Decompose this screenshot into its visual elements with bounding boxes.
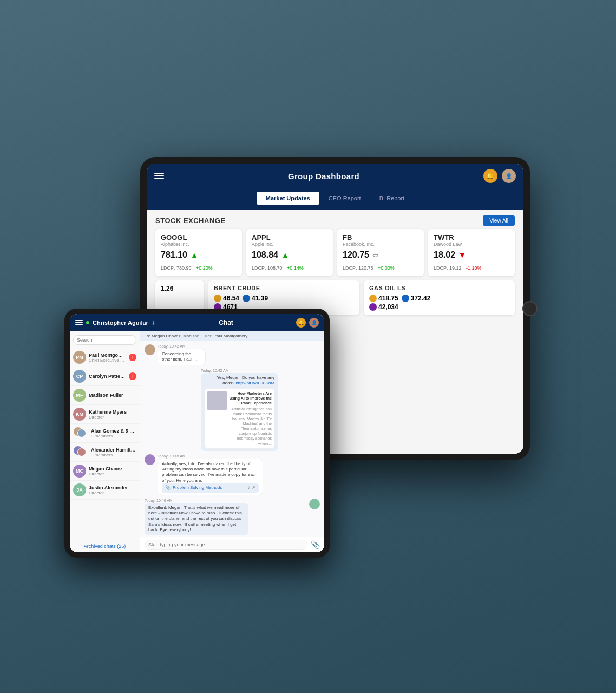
attachment-actions: ⇓ ↗ [247, 485, 255, 491]
stock-card-fb: FB Facebook, Inc. 120.75 ⇔ LDCP: 120.75 … [337, 229, 424, 276]
small-tablet-avatar[interactable]: 👤 [309, 318, 319, 328]
chat-info-megan: Megan Chavez Director [89, 466, 136, 476]
fb-arrow-neutral-icon: ⇔ [372, 251, 379, 259]
msg-bubble-paul: Concerning the other item, Paul ... [158, 349, 206, 365]
chat-role-katherine: Director [89, 415, 136, 420]
twtr-arrow-down-icon: ▼ [458, 251, 466, 259]
gasoil-blue-icon [402, 295, 409, 302]
archived-chats-link[interactable]: Archived chats (25) [70, 540, 140, 552]
chat-name-madison: Madison Fuller [89, 393, 136, 398]
small-tablet-header-left: Christopher Aguilar + [75, 318, 156, 327]
attachment-problem-solving[interactable]: 📎 Problem Solving Methods ⇓ ↗ [162, 483, 259, 492]
brent-val-1: 46.54 [223, 295, 239, 302]
large-tablet-header: Group Dashboard 🔔 👤 [147, 164, 523, 188]
msg-avatar-megan [145, 454, 155, 465]
small-tablet: Christopher Aguilar + Chat 🔔 👤 [64, 309, 330, 558]
notification-icon[interactable]: 🔔 [483, 169, 497, 183]
list-item-megan[interactable]: MC Megan Chavez Director [70, 462, 140, 481]
googl-price: 781.10 [161, 250, 187, 260]
chat-info-madison: Madison Fuller [89, 393, 136, 398]
fb-company: Facebook, Inc. [343, 241, 418, 247]
large-tablet-menu-button[interactable] [154, 173, 164, 179]
msg-avatar-paul [145, 344, 155, 355]
list-item-justin[interactable]: JA Justin Alexander Director [70, 481, 140, 500]
gasoil-val-3: 42,034 [378, 303, 398, 311]
appl-arrow-up-icon: ▲ [281, 251, 289, 259]
msg-time-paul-label: Today, 10:42 AM [158, 344, 232, 348]
large-tablet-title: Group Dashboard [288, 172, 359, 181]
user-avatar[interactable]: 👤 [502, 169, 516, 183]
googl-ldcp-row: LDCP: 780.90 +0.20% [161, 262, 237, 272]
chat-name-carolyn: Carolyn Patterson [89, 374, 126, 379]
message-input[interactable] [145, 540, 307, 550]
view-all-button[interactable]: View All [483, 215, 515, 226]
link-preview-image [207, 391, 227, 410]
small-tablet-notification-icon[interactable]: 🔔 [296, 318, 306, 328]
gasoil-val-1: 418.75 [378, 295, 398, 302]
twtr-price: 18.02 [434, 250, 455, 260]
fb-price-row: 120.75 ⇔ [343, 250, 418, 260]
link-preview-content: How Marketers Are Using AI to Improve th… [229, 391, 272, 446]
msg-link-out1[interactable]: http://bit.ly/XCBSdM [235, 381, 274, 385]
unread-badge-paul: ! [129, 354, 136, 361]
chat-name-paul: Paul Montgomery [89, 352, 126, 358]
large-tablet-tabs: Market Updates CEO Report BI Report [147, 188, 523, 210]
link-preview-sub: Artificial intelligence can thank Radioh… [229, 407, 272, 446]
list-item-alexander-group[interactable]: Alexander Hamilton & 2 more 3 members [70, 443, 140, 462]
list-item-madison[interactable]: MF Madison Fuller [70, 386, 140, 405]
large-tablet-header-icons: 🔔 👤 [483, 169, 516, 183]
partial-price: 1.26 [161, 285, 199, 292]
add-chat-button[interactable]: + [152, 318, 156, 327]
stock-card-googl: GOOGL Alphabet Inc. 781.10 ▲ LDCP: 780.9… [155, 229, 242, 276]
link-preview: How Marketers Are Using AI to Improve th… [205, 388, 274, 449]
msg-text-paul: Concerning the other item, Paul ... [162, 351, 197, 362]
googl-ticker: GOOGL [161, 233, 237, 241]
msg-bubble-outgoing-1: Yes, Megan. Do you have any ideas? http:… [201, 373, 278, 451]
chat-role-megan: Director [89, 472, 136, 476]
search-container [70, 331, 140, 348]
chat-info-alexander-group: Alexander Hamilton & 2 more 3 members [91, 447, 136, 457]
msg-content-megan: Today, 10:45 AM Actually, yes, I do. I'v… [158, 454, 320, 495]
msg-text-out2: Excellent, Megan. That's what we need mo… [148, 505, 242, 533]
brent-blue-icon [243, 295, 250, 302]
small-tablet-menu-button[interactable] [75, 320, 83, 325]
chat-list: PM Paul Montgomery Chief Executive Offic… [70, 348, 140, 540]
list-item-carolyn[interactable]: CP Carolyn Patterson ! [70, 367, 140, 386]
small-tablet-header: Christopher Aguilar + Chat 🔔 👤 [70, 314, 324, 331]
twtr-ldcp: LDCP: 19.12 [434, 265, 462, 271]
googl-price-row: 781.10 ▲ [161, 250, 237, 260]
list-item-alan-group[interactable]: Alan Gomez & 5 more 8 members [70, 424, 140, 443]
gasoil-value-1: 418.75 [369, 295, 398, 302]
msg-time-megan: Today, 10:45 AM [158, 454, 320, 458]
fb-price: 120.75 [343, 250, 369, 260]
avatar-alan-group [73, 427, 88, 440]
small-tablet-header-right: 🔔 👤 [296, 318, 319, 328]
list-item-katherine[interactable]: KM Katherine Myers Director [70, 405, 140, 424]
appl-company: Apple Inc. [252, 241, 327, 247]
gasoil-values: 418.75 372.42 [369, 295, 509, 302]
tab-market-updates[interactable]: Market Updates [257, 192, 319, 205]
gasoil-value-2: 372.42 [402, 295, 431, 302]
googl-change: +0.20% [196, 265, 213, 271]
avatar-carolyn: CP [73, 370, 86, 383]
chat-recipients-bar: To: Megan Chavez, Madison Fuller, Paul M… [140, 331, 324, 341]
tab-ceo-report[interactable]: CEO Report [319, 192, 370, 205]
chat-main-area: To: Megan Chavez, Madison Fuller, Paul M… [140, 331, 324, 552]
search-input[interactable] [73, 335, 136, 345]
twtr-price-row: 18.02 ▼ [434, 250, 509, 260]
commodity-card-gasoil: GAS OIL LS 418.75 372.42 [364, 280, 515, 315]
brent-value-2: 41.39 [243, 295, 268, 302]
twtr-company: Dawood Law [434, 241, 509, 247]
fb-change: +0.00% [378, 265, 395, 271]
message-input-area: 📎 [140, 537, 324, 552]
brent-values: 46.54 41.39 [214, 295, 354, 302]
tab-bi-report[interactable]: BI Report [370, 192, 414, 205]
list-item-paul[interactable]: PM Paul Montgomery Chief Executive Offic… [70, 348, 140, 367]
avatar-paul: PM [73, 351, 86, 364]
unread-badge-carolyn: ! [129, 372, 136, 380]
attach-file-icon[interactable]: 📎 [311, 540, 320, 549]
gasoil-gold-icon [369, 295, 377, 302]
brent-title: BRENT CRUDE [214, 285, 354, 291]
chat-name-justin: Justin Alexander [89, 485, 136, 491]
twtr-change: -1.10% [466, 265, 482, 271]
